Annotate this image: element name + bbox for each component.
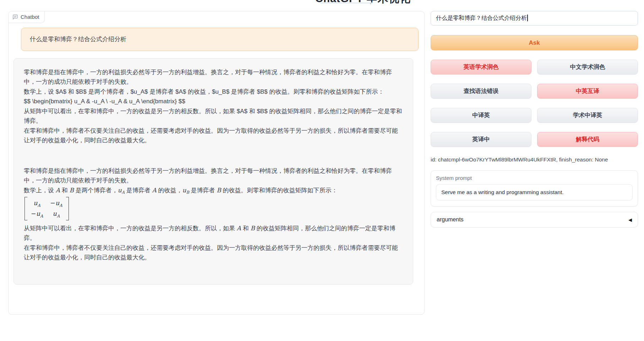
btn-zh-en-mutual-translate[interactable]: 中英互译 <box>537 84 638 99</box>
btn-en-to-zh[interactable]: 英译中 <box>431 132 531 147</box>
chat-bubble-icon <box>12 14 18 20</box>
completion-status: id: chatcmpl-6wOo7KrYTwMl89lbrMWRu4UkFFX… <box>431 156 638 163</box>
control-column: 什么是零和博弈？结合公式介绍分析 Ask 英语学术润色 中文学术润色 查找语法错… <box>431 11 638 227</box>
bot-paragraph: 在零和博弈中，博弈者不仅要关注自己的收益，还需要考虑对手的收益。因为一方取得的收… <box>24 243 402 263</box>
payoff-matrix: uA−uA−uAuA <box>24 197 69 220</box>
ask-button[interactable]: Ask <box>431 35 638 50</box>
paragraph-spacer <box>24 145 402 166</box>
btn-english-academic-polish[interactable]: 英语学术润色 <box>431 60 531 75</box>
btn-chinese-academic-polish[interactable]: 中文学术润色 <box>537 60 638 75</box>
chatbot-label-text: Chatbot <box>21 14 39 20</box>
matrix-bracket-left <box>24 197 27 220</box>
btn-find-grammar-errors[interactable]: 查找语法错误 <box>431 84 531 99</box>
btn-academic-zh-to-en[interactable]: 学术中译英 <box>537 108 638 123</box>
arguments-accordion[interactable]: arguments ◀ <box>431 212 638 227</box>
chatbot-panel: Chatbot 什么是零和博弈？结合公式介绍分析 零和博弈是指在博弈中，一方的利… <box>8 11 425 315</box>
bot-paragraph: 零和博弈是指在博弈中，一方的利益损失必然等于另一方的利益增益。换言之，对于每一种… <box>24 166 402 186</box>
bot-paragraph: 在零和博弈中，博弈者不仅要关注自己的收益，还需要考虑对手的收益。因为一方取得的收… <box>24 126 402 145</box>
question-input-value: 什么是零和博弈？结合公式介绍分析 <box>436 15 527 21</box>
bot-paragraph: 零和博弈是指在博弈中，一方的利益损失必然等于另一方的利益增益。换言之，对于每一种… <box>24 67 402 87</box>
page-title-underline-decoration <box>320 2 373 4</box>
bot-paragraph: 从矩阵中可以看出，在零和博弈中，一方的收益是另一方的相反数。所以，如果 $A$ … <box>24 106 402 126</box>
app-root: ChatGPT 学术优化 Chatbot 什么是零和博弈？结合公式介绍分析 零和… <box>0 0 644 341</box>
bot-message: 零和博弈是指在博弈中，一方的利益损失必然等于另一方的利益增益。换言之，对于每一种… <box>13 58 413 285</box>
bot-paragraph: 数学上，设 $A$ 和 $B$ 是两个博弈者，$u_A$ 是博弈者 $A$ 的收… <box>24 87 402 97</box>
btn-zh-to-en[interactable]: 中译英 <box>431 108 531 123</box>
bot-latex-source: $$ \begin{bmatrix} u_A & -u_A \ -u_A & u… <box>24 97 402 106</box>
chatbot-label: Chatbot <box>9 11 45 23</box>
text-caret <box>527 15 528 21</box>
system-prompt-label: System prompt <box>436 175 633 181</box>
system-prompt-input[interactable]: Serve me as a writing and programming as… <box>436 184 633 200</box>
bot-paragraph-math: 从矩阵中可以看出，在零和博弈中，一方的收益是另一方的相反数。所以，如果 A 和 … <box>24 224 402 243</box>
action-button-grid: 英语学术润色 中文学术润色 查找语法错误 中英互译 中译英 学术中译英 英译中 … <box>431 60 638 147</box>
system-prompt-block: System prompt Serve me as a writing and … <box>431 170 638 207</box>
system-prompt-value: Serve me as a writing and programming as… <box>441 189 564 195</box>
user-message: 什么是零和博弈？结合公式介绍分析 <box>21 28 419 51</box>
chat-messages[interactable]: 什么是零和博弈？结合公式介绍分析 零和博弈是指在博弈中，一方的利益损失必然等于另… <box>9 11 424 314</box>
bot-paragraph-math: 数学上，设 A 和 B 是两个博弈者，uA 是博弈者 A 的收益，uB 是博弈者… <box>24 186 402 196</box>
user-message-text: 什么是零和博弈？结合公式介绍分析 <box>30 36 126 43</box>
arguments-accordion-label: arguments <box>437 216 464 223</box>
collapse-triangle-icon: ◀ <box>628 217 632 222</box>
btn-explain-code[interactable]: 解释代码 <box>537 132 638 147</box>
matrix-bracket-right <box>66 197 69 220</box>
question-input[interactable]: 什么是零和博弈？结合公式介绍分析 <box>431 11 638 26</box>
matrix-cells: uA−uA−uAuA <box>27 197 66 220</box>
